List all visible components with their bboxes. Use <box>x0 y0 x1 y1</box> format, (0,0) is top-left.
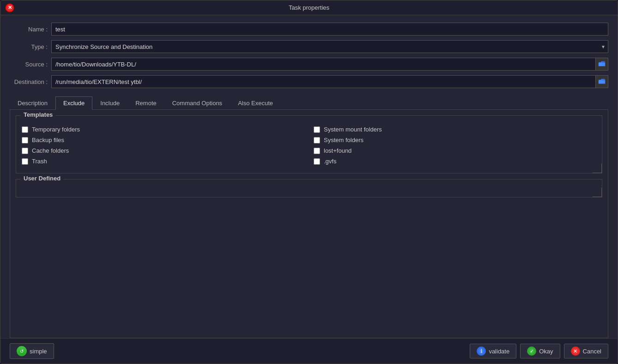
checkbox-input-trash[interactable] <box>22 158 28 165</box>
tab-exclude[interactable]: Exclude <box>55 96 92 110</box>
tab-content-area: Templates Temporary folders System mount… <box>10 110 608 338</box>
checkbox-cache-folders[interactable]: Cache folders <box>22 147 304 154</box>
checkbox-input-temporary-folders[interactable] <box>22 126 28 133</box>
cancel-icon: ✕ <box>571 346 580 356</box>
okay-button[interactable]: ✓ Okay <box>520 344 560 358</box>
name-label: Name : <box>10 26 51 33</box>
cancel-label: Cancel <box>583 348 601 355</box>
checkbox-gvfs[interactable]: .gvfs <box>314 158 596 165</box>
user-defined-section: User Defined <box>16 179 602 197</box>
source-label: Source : <box>10 61 51 68</box>
folder-icon <box>598 78 606 86</box>
left-actions: ↺ simple <box>10 343 54 359</box>
name-input[interactable] <box>51 23 608 36</box>
simple-icon: ↺ <box>17 346 27 356</box>
source-input[interactable] <box>51 58 595 71</box>
okay-icon: ✓ <box>527 346 536 356</box>
name-row: Name : <box>10 23 608 36</box>
checkbox-input-backup-files[interactable] <box>22 137 28 143</box>
checkbox-system-mount-folders[interactable]: System mount folders <box>314 126 596 133</box>
simple-label: simple <box>30 348 47 355</box>
checkbox-label-system-folders: System folders <box>324 137 364 143</box>
checkbox-label-backup-files: Backup files <box>32 137 64 143</box>
checkbox-temporary-folders[interactable]: Temporary folders <box>22 126 304 133</box>
checkboxes-grid: Temporary folders System mount folders B… <box>22 123 596 167</box>
close-button[interactable]: ✕ <box>5 3 14 12</box>
type-label: Type : <box>10 43 51 50</box>
checkbox-label-lost-found: lost+found <box>324 147 351 154</box>
source-input-group <box>51 58 608 71</box>
checkbox-input-lost-found[interactable] <box>314 148 320 154</box>
user-defined-title: User Defined <box>21 175 63 182</box>
checkbox-label-cache-folders: Cache folders <box>32 147 69 154</box>
destination-input-group <box>51 75 608 88</box>
type-select[interactable]: Synchronize Source and Destination <box>51 40 608 53</box>
tab-description[interactable]: Description <box>10 96 55 110</box>
checkbox-input-system-folders[interactable] <box>314 137 320 143</box>
templates-title: Templates <box>21 111 55 118</box>
validate-label: validate <box>489 348 509 355</box>
destination-browse-button[interactable] <box>595 75 608 88</box>
source-browse-button[interactable] <box>595 58 608 71</box>
destination-label: Destination : <box>10 78 51 85</box>
checkbox-system-folders[interactable]: System folders <box>314 137 596 143</box>
simple-button[interactable]: ↺ simple <box>10 343 54 359</box>
source-row: Source : <box>10 58 608 71</box>
form-area: Name : Type : Synchronize Source and Des… <box>0 15 618 96</box>
user-defined-corner-decoration <box>593 188 602 197</box>
tab-include[interactable]: Include <box>92 96 127 110</box>
tab-command-options[interactable]: Command Options <box>164 96 230 110</box>
folder-icon <box>598 60 606 68</box>
okay-label: Okay <box>539 348 553 355</box>
destination-input[interactable] <box>51 75 595 88</box>
validate-button[interactable]: ℹ validate <box>470 344 516 358</box>
checkbox-label-trash: Trash <box>32 158 47 165</box>
checkbox-label-gvfs: .gvfs <box>324 158 336 165</box>
validate-icon: ℹ <box>477 346 486 356</box>
checkbox-backup-files[interactable]: Backup files <box>22 137 304 143</box>
tabs-bar: Description Exclude Include Remote Comma… <box>10 96 608 110</box>
templates-section: Templates Temporary folders System mount… <box>16 115 602 173</box>
bottom-bar: ↺ simple ℹ validate ✓ Okay ✕ Cancel <box>0 338 618 364</box>
checkbox-input-gvfs[interactable] <box>314 158 320 165</box>
title-bar: ✕ Task properties <box>0 0 618 15</box>
checkbox-lost-found[interactable]: lost+found <box>314 147 596 154</box>
right-actions: ℹ validate ✓ Okay ✕ Cancel <box>470 344 608 358</box>
destination-row: Destination : <box>10 75 608 88</box>
checkbox-trash[interactable]: Trash <box>22 158 304 165</box>
tab-remote[interactable]: Remote <box>127 96 164 110</box>
dialog-title: Task properties <box>289 4 329 11</box>
checkbox-input-system-mount-folders[interactable] <box>314 126 320 133</box>
cancel-button[interactable]: ✕ Cancel <box>564 344 608 358</box>
task-properties-dialog: ✕ Task properties Name : Type : Synchron… <box>0 0 618 364</box>
tab-also-execute[interactable]: Also Execute <box>230 96 281 110</box>
checkbox-label-temporary-folders: Temporary folders <box>32 126 80 133</box>
type-select-wrapper: Synchronize Source and Destination ▼ <box>51 40 608 53</box>
checkbox-input-cache-folders[interactable] <box>22 148 28 154</box>
checkbox-label-system-mount-folders: System mount folders <box>324 126 382 133</box>
type-row: Type : Synchronize Source and Destinatio… <box>10 40 608 53</box>
